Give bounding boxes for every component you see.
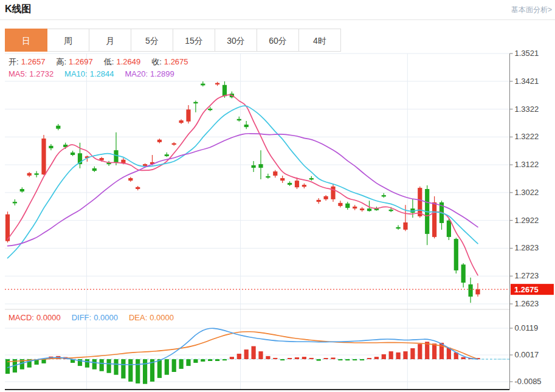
open-label: 开: xyxy=(9,57,19,66)
macd-axis-label: 0.0017 xyxy=(515,350,539,359)
price-axis-label: 1.2823 xyxy=(515,243,539,252)
candle[interactable] xyxy=(288,183,292,185)
candle[interactable] xyxy=(237,119,241,120)
candle[interactable] xyxy=(469,284,473,297)
candle[interactable] xyxy=(114,150,118,163)
candle[interactable] xyxy=(128,178,133,181)
candle[interactable] xyxy=(317,200,321,202)
macd-axis-label: -0.0085 xyxy=(515,377,542,386)
candle[interactable] xyxy=(338,203,342,206)
candle[interactable] xyxy=(295,181,299,187)
candle[interactable] xyxy=(71,153,75,155)
tab-day[interactable]: 日 xyxy=(5,29,47,52)
candle[interactable] xyxy=(35,173,39,174)
candle[interactable] xyxy=(389,210,393,211)
macd-bar xyxy=(143,359,147,384)
candle[interactable] xyxy=(447,221,451,237)
candle[interactable] xyxy=(353,207,357,208)
tab-m5[interactable]: 5分 xyxy=(131,29,173,52)
tab-m30[interactable]: 30分 xyxy=(215,29,257,52)
candle[interactable] xyxy=(280,178,284,181)
candle[interactable] xyxy=(309,178,314,179)
candle[interactable] xyxy=(345,204,350,208)
candle[interactable] xyxy=(396,227,401,229)
candle[interactable] xyxy=(41,139,46,174)
candle[interactable] xyxy=(208,109,212,110)
macd-bar xyxy=(121,359,125,379)
candle[interactable] xyxy=(222,85,227,96)
tab-month[interactable]: 月 xyxy=(89,29,131,52)
macd-bar xyxy=(114,359,118,375)
candle[interactable] xyxy=(193,102,198,103)
low-value: 1.2649 xyxy=(116,57,140,66)
macd-bar xyxy=(280,359,284,360)
macd-bar xyxy=(317,359,321,361)
candle[interactable] xyxy=(324,196,328,199)
macd-bar xyxy=(353,359,357,360)
diff-label: DIFF: xyxy=(72,313,92,322)
macd-axis-label: 0.0119 xyxy=(515,323,539,332)
candle[interactable] xyxy=(186,109,190,122)
macd-bar xyxy=(85,359,89,368)
candle[interactable] xyxy=(27,173,32,176)
candle[interactable] xyxy=(360,208,364,210)
candle[interactable] xyxy=(266,176,270,177)
macd-bar xyxy=(324,358,328,359)
candle[interactable] xyxy=(454,239,458,270)
macd-bar xyxy=(266,356,270,359)
candle[interactable] xyxy=(92,168,97,171)
candle[interactable] xyxy=(13,202,17,203)
candle[interactable] xyxy=(273,171,277,176)
macd-bar xyxy=(193,359,198,363)
candle[interactable] xyxy=(179,120,184,123)
candle[interactable] xyxy=(367,208,371,211)
high-value: 1.2697 xyxy=(69,57,93,66)
diff-value: 0.0000 xyxy=(94,313,118,322)
price-axis-label: 1.3521 xyxy=(515,49,539,58)
macd-bar xyxy=(157,359,162,378)
candle[interactable] xyxy=(258,164,263,168)
candle[interactable] xyxy=(20,189,24,191)
candle[interactable] xyxy=(475,289,480,294)
candle[interactable] xyxy=(252,165,256,168)
tab-week[interactable]: 周 xyxy=(47,29,89,52)
dea-label: DEA: xyxy=(129,313,147,322)
tab-m15[interactable]: 15分 xyxy=(173,29,215,52)
macd-bar xyxy=(179,359,184,369)
candle[interactable] xyxy=(244,125,249,127)
macd-bar xyxy=(410,348,415,359)
macd-legend: MACD:0.0000DIFF:0.0000DEA:0.0000 xyxy=(9,313,176,322)
candle[interactable] xyxy=(157,140,162,142)
candle[interactable] xyxy=(172,143,176,145)
candle[interactable] xyxy=(382,195,386,196)
candle[interactable] xyxy=(302,185,306,187)
macd-bar xyxy=(367,358,371,359)
candle[interactable] xyxy=(461,264,466,283)
candle[interactable] xyxy=(331,187,335,199)
candle[interactable] xyxy=(418,188,422,216)
ma-legend: MA5:1.2732MA10:1.2844MA20:1.2899 xyxy=(9,69,177,78)
candle[interactable] xyxy=(143,164,147,166)
candle[interactable] xyxy=(215,83,219,84)
candle[interactable] xyxy=(403,222,407,230)
candle[interactable] xyxy=(165,154,169,156)
candle[interactable] xyxy=(201,84,205,86)
kline-page: 1.35211.34211.33221.32221.31221.30221.29… xyxy=(0,0,555,392)
tab-m60[interactable]: 60分 xyxy=(257,29,299,52)
tab-h4[interactable]: 4时 xyxy=(298,29,341,52)
macd-bar xyxy=(222,359,227,360)
fundamental-analysis-link[interactable]: 基本面分析> xyxy=(511,5,552,15)
macd-bar xyxy=(396,352,401,359)
price-axis-label: 1.3122 xyxy=(515,160,539,169)
macd-bar xyxy=(432,343,436,359)
macd-bar xyxy=(208,359,212,361)
candle[interactable] xyxy=(49,146,53,148)
candle[interactable] xyxy=(136,187,140,189)
macd-bar xyxy=(345,359,350,360)
macd-bar xyxy=(360,359,364,360)
ohlc-legend: 开:1.2657高:1.2697低:1.2649收:1.2675 xyxy=(9,57,191,67)
macd-bar xyxy=(374,357,379,359)
candle[interactable] xyxy=(56,126,60,129)
candle[interactable] xyxy=(432,202,436,237)
macd-bar xyxy=(244,349,249,359)
